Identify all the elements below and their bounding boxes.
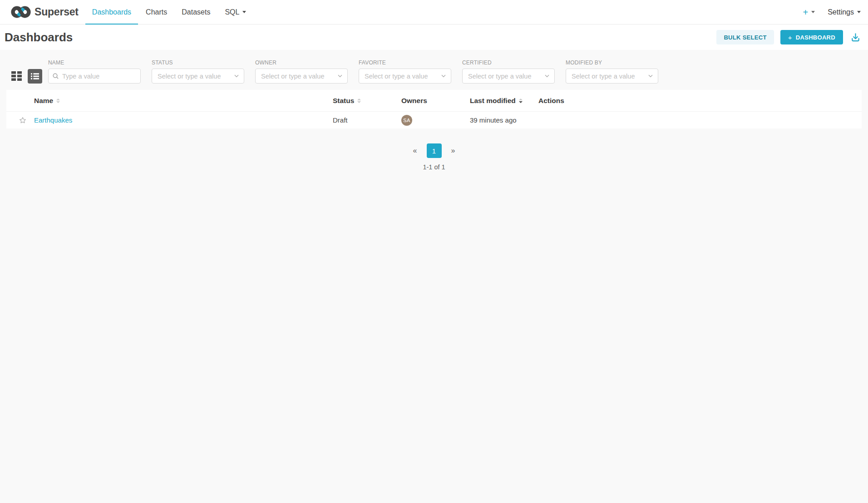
chevron-down-icon (441, 72, 446, 80)
owner-filter-select[interactable]: Select or type a value (255, 69, 348, 84)
filter-label: MODIFIED BY (566, 59, 658, 66)
page-1-button[interactable]: 1 (427, 143, 442, 158)
filter-label: CERTIFIED (462, 59, 555, 66)
dashboard-link[interactable]: Earthquakes (34, 116, 72, 124)
select-placeholder: Select or type a value (572, 73, 648, 80)
favorite-filter-select[interactable]: Select or type a value (359, 69, 451, 84)
certified-filter-select[interactable]: Select or type a value (462, 69, 555, 84)
bulk-select-button[interactable]: BULK SELECT (716, 30, 774, 44)
owner-avatar: SA (401, 115, 412, 126)
name-filter-input[interactable] (48, 69, 141, 84)
caret-down-icon (857, 11, 861, 13)
filters: NAME STATUS Select or type a value (48, 59, 658, 84)
column-label: Last modified (470, 97, 516, 105)
superset-infinity-icon (11, 5, 31, 19)
list-view-toggle[interactable] (28, 69, 42, 84)
grid-icon (11, 71, 22, 81)
filter-owner: OWNER Select or type a value (255, 59, 348, 84)
download-icon (850, 32, 861, 43)
select-placeholder: Select or type a value (365, 73, 441, 80)
column-label: Owners (401, 97, 427, 105)
pagination-summary: 1-1 of 1 (0, 163, 868, 171)
card-view-toggle[interactable] (9, 69, 24, 84)
main-nav: Dashboards Charts Datasets SQL (85, 0, 254, 24)
last-modified-text: 39 minutes ago (470, 116, 517, 124)
filter-bar: NAME STATUS Select or type a value (0, 50, 868, 84)
filter-label: STATUS (152, 59, 244, 66)
page-header: Dashboards BULK SELECT + DASHBOARD (0, 25, 868, 50)
content-area: NAME STATUS Select or type a value (0, 50, 868, 503)
filter-name: NAME (48, 59, 141, 84)
star-icon (19, 116, 27, 124)
sort-desc-icon (519, 99, 523, 103)
actions-column-header: Actions (538, 97, 862, 105)
prev-page-button[interactable]: « (410, 146, 420, 156)
table-header-row: Name Status Owners Last modified Actions (6, 90, 862, 111)
column-label: Name (34, 97, 53, 105)
sort-icon (357, 99, 361, 103)
filter-label: NAME (48, 59, 141, 66)
select-placeholder: Select or type a value (468, 73, 544, 80)
chevron-down-icon (337, 72, 343, 80)
header-actions: BULK SELECT + DASHBOARD (716, 30, 862, 44)
chevron-down-icon (234, 72, 239, 80)
filter-modified-by: MODIFIED BY Select or type a value (566, 59, 658, 84)
nav-item-label: Charts (146, 8, 167, 16)
list-icon (30, 72, 39, 81)
nav-item-dashboards[interactable]: Dashboards (85, 0, 138, 24)
next-page-button[interactable]: » (449, 146, 458, 156)
pagination: « 1 » (0, 143, 868, 158)
settings-menu-button[interactable]: Settings (828, 8, 861, 16)
caret-down-icon (242, 11, 246, 13)
owners-column-header: Owners (401, 97, 470, 105)
chevron-down-icon (648, 72, 653, 80)
status-text: Draft (333, 116, 348, 124)
last-modified-column-header[interactable]: Last modified (470, 97, 538, 105)
favorite-star-button[interactable] (19, 116, 27, 124)
column-label: Status (333, 97, 354, 105)
brand-text: Superset (35, 6, 79, 18)
plus-icon: + (788, 34, 792, 41)
new-item-menu-button[interactable]: + (803, 8, 815, 17)
select-placeholder: Select or type a value (261, 73, 337, 80)
filter-favorite: FAVORITE Select or type a value (359, 59, 451, 84)
filter-label: OWNER (255, 59, 348, 66)
status-column-header[interactable]: Status (333, 97, 401, 105)
nav-item-sql[interactable]: SQL (218, 0, 253, 24)
status-filter-select[interactable]: Select or type a value (152, 69, 244, 84)
caret-down-icon (811, 11, 815, 13)
import-dashboard-button[interactable] (849, 31, 862, 44)
new-dashboard-button[interactable]: + DASHBOARD (780, 30, 843, 44)
view-toggles (9, 69, 42, 84)
modified-by-filter-select[interactable]: Select or type a value (566, 69, 658, 84)
sort-icon (56, 99, 60, 103)
navbar: Superset Dashboards Charts Datasets SQL … (0, 0, 868, 25)
chevron-down-icon (544, 72, 550, 80)
nav-item-charts[interactable]: Charts (139, 0, 174, 24)
nav-item-label: SQL (225, 8, 239, 16)
new-dashboard-label: DASHBOARD (796, 34, 835, 41)
filter-label: FAVORITE (359, 59, 451, 66)
column-label: Actions (538, 97, 564, 105)
superset-logo[interactable]: Superset (11, 0, 79, 24)
name-column-header[interactable]: Name (34, 97, 333, 105)
plus-icon: + (803, 8, 809, 17)
select-placeholder: Select or type a value (158, 73, 234, 80)
navbar-right: + Settings (803, 0, 861, 24)
nav-item-datasets[interactable]: Datasets (175, 0, 217, 24)
page-title: Dashboards (5, 30, 73, 44)
filter-status: STATUS Select or type a value (152, 59, 244, 84)
settings-label: Settings (828, 8, 854, 16)
filter-certified: CERTIFIED Select or type a value (462, 59, 555, 84)
nav-item-label: Datasets (182, 8, 210, 16)
dashboards-table: Name Status Owners Last modified Actions (6, 90, 862, 128)
table-row: Earthquakes Draft SA 39 minutes ago (6, 111, 862, 128)
nav-item-label: Dashboards (92, 8, 131, 16)
